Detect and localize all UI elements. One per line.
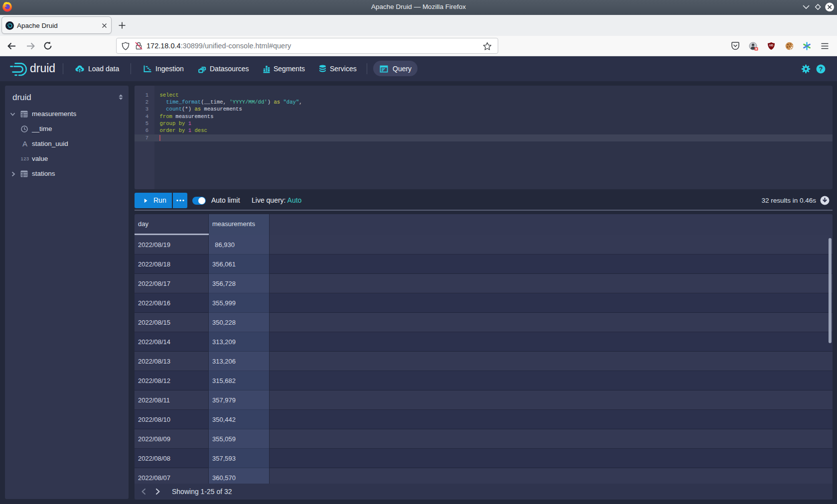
svg-text:?: ? [819,66,823,73]
svg-text:UO: UO [769,44,773,47]
